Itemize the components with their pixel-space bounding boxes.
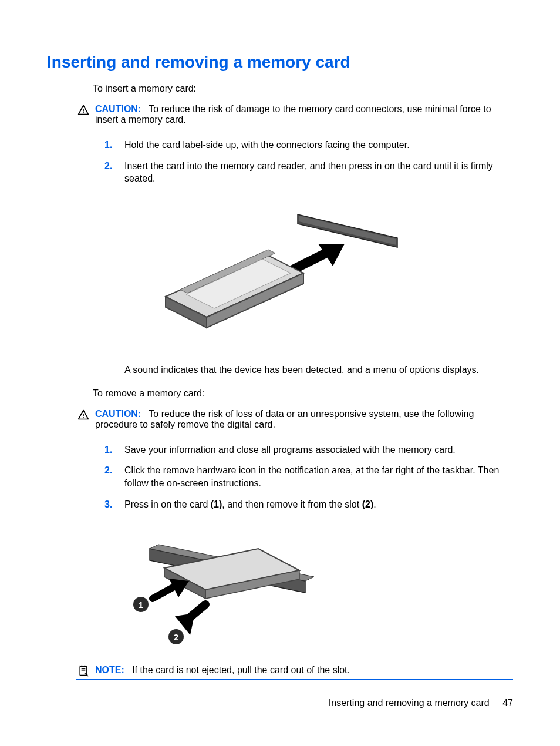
insert-diagram	[47, 197, 513, 350]
list-item: Insert the card into the memory card rea…	[104, 160, 513, 185]
note-label: NOTE:	[95, 665, 124, 675]
caution-text-2: To reduce the risk of loss of data or an…	[95, 409, 474, 429]
step3-pre: Press in on the card	[124, 499, 211, 509]
after-insert-text: A sound indicates that the device has be…	[124, 365, 513, 375]
caution-text	[144, 104, 149, 114]
caution-icon	[77, 104, 90, 117]
step3-b2: (2)	[362, 499, 374, 509]
insert-intro: To insert a memory card:	[93, 83, 513, 94]
note-text-sp	[127, 665, 132, 675]
remove-diagram: 1 2	[123, 522, 513, 646]
svg-text:1: 1	[139, 600, 143, 610]
caution-text	[144, 409, 149, 419]
svg-text:2: 2	[174, 632, 178, 642]
insert-steps-list: Hold the card label-side up, with the co…	[104, 139, 513, 185]
note-text: If the card is not ejected, pull the car…	[132, 665, 350, 675]
list-item: Hold the card label-side up, with the co…	[104, 139, 513, 152]
step3-mid: , and then remove it from the slot	[222, 499, 362, 509]
list-item: Press in on the card (1), and then remov…	[104, 498, 513, 511]
footer-title: Inserting and removing a memory card	[329, 698, 490, 708]
caution-text-1: To reduce the risk of damage to the memo…	[95, 104, 491, 125]
list-item: Click the remove hardware icon in the no…	[104, 464, 513, 489]
svg-point-3	[83, 417, 84, 418]
caution-box-2: CAUTION: To reduce the risk of loss of d…	[76, 405, 513, 434]
caution-label: CAUTION:	[95, 104, 141, 114]
page-footer: Inserting and removing a memory card 47	[329, 698, 513, 708]
footer-page-number: 47	[502, 698, 513, 708]
list-item: Save your information and close all prog…	[104, 443, 513, 456]
caution-box-1: CAUTION: To reduce the risk of damage to…	[76, 100, 513, 129]
note-box: NOTE: If the card is not ejected, pull t…	[76, 661, 513, 680]
note-icon	[77, 665, 90, 678]
svg-point-1	[83, 112, 84, 113]
remove-intro: To remove a memory card:	[93, 388, 513, 399]
step3-post: .	[373, 499, 376, 509]
caution-icon	[77, 409, 90, 422]
caution-label: CAUTION:	[95, 409, 141, 419]
step3-b1: (1)	[211, 499, 222, 509]
remove-steps-list: Save your information and close all prog…	[104, 443, 513, 510]
document-page: Inserting and removing a memory card To …	[0, 0, 560, 680]
page-heading: Inserting and removing a memory card	[47, 53, 513, 72]
